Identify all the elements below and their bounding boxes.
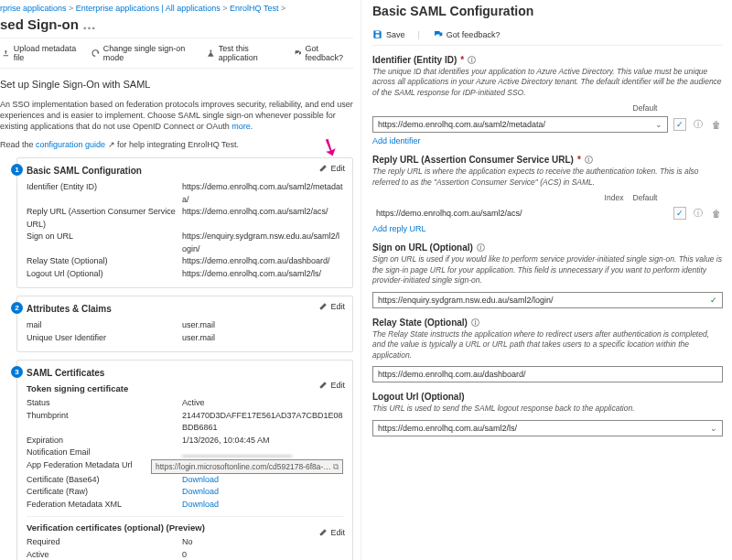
add-identifier-link[interactable]: Add identifier xyxy=(372,136,421,145)
delete-icon[interactable]: 🗑 xyxy=(710,209,723,219)
entity-id-label: Identifier (Entity ID) * i xyxy=(372,55,723,65)
refresh-icon xyxy=(92,48,100,58)
entity-id-desc: The unique ID that identifies your appli… xyxy=(372,67,723,98)
signon-url-label: Sign on URL (Optional) i xyxy=(372,242,723,253)
default-checkbox[interactable]: ✓ xyxy=(673,118,686,131)
card2-title: Attributes & Claims xyxy=(27,304,343,314)
feedback-button[interactable]: Got feedback? xyxy=(294,44,351,62)
crumb-0[interactable]: rprise applications xyxy=(0,4,67,13)
upload-metadata-button[interactable]: Upload metadata file xyxy=(2,44,79,62)
right-pane: Basic SAML Configuration Save | Got feed… xyxy=(361,0,732,560)
panel-feedback-button[interactable]: Got feedback? xyxy=(433,29,501,39)
save-button[interactable]: Save xyxy=(372,29,405,39)
person-feedback-icon xyxy=(294,48,302,58)
upload-icon xyxy=(2,48,10,58)
person-feedback-icon xyxy=(433,29,443,39)
panel-toolbar: Save | Got feedback? xyxy=(372,26,723,46)
panel-title: Basic SAML Configuration xyxy=(372,4,723,18)
read-guide-line: Read the configuration guide ↗ for help … xyxy=(0,139,353,150)
info-icon[interactable]: ⓘ xyxy=(692,207,705,220)
card3-title: SAML Certificates xyxy=(27,368,343,378)
default-checkbox[interactable]: ✓ xyxy=(673,207,686,220)
logout-url-input[interactable]: https://demo.enrolhq.com.au/saml2/ls/⌄ xyxy=(372,420,723,436)
page-title: sed Sign-on … xyxy=(0,16,353,32)
learn-more-link[interactable]: more. xyxy=(231,122,253,131)
step-badge-3: 3 xyxy=(11,366,23,378)
info-icon[interactable]: ⓘ xyxy=(692,118,705,131)
signon-url-desc: Sign on URL is used if you would like to… xyxy=(372,254,723,285)
logout-url-label: Logout Url (Optional) xyxy=(372,392,723,402)
verification-certs-head: Verification certificates (optional) (Pr… xyxy=(27,522,343,533)
reply-url-desc: The reply URL is where the application e… xyxy=(372,167,723,188)
token-signing-head: Token signing certificate xyxy=(27,383,343,393)
logout-url-desc: This URL is used to send the SAML logout… xyxy=(372,404,723,414)
info-icon[interactable]: i xyxy=(585,156,593,164)
setup-intro: An SSO implementation based on federatio… xyxy=(0,99,353,132)
pencil-icon xyxy=(318,302,328,311)
download-fed-xml[interactable]: Download xyxy=(182,500,219,509)
reply-url-row: https://demo.enrolhq.com.au/saml2/acs/ ✓… xyxy=(372,206,723,221)
chevron-down-icon: ⌄ xyxy=(655,120,662,129)
pencil-icon xyxy=(318,528,328,537)
reply-url-label: Reply URL (Assertion Consumer Service UR… xyxy=(372,155,723,165)
setup-heading: Set up Single Sign-On with SAML xyxy=(0,78,353,92)
step-badge-1: 1 xyxy=(11,164,23,176)
edit-card1-button[interactable]: Edit xyxy=(318,164,345,173)
edit-verif-button[interactable]: Edit xyxy=(318,528,345,537)
app-fed-url-field[interactable]: https://login.microsoftonline.com/cd5921… xyxy=(151,459,343,474)
entity-id-input[interactable]: https://demo.enrolhq.com.au/saml2/metada… xyxy=(372,116,668,133)
edit-card3-button[interactable]: Edit xyxy=(318,381,345,390)
info-icon[interactable]: i xyxy=(471,318,479,327)
crumb-1[interactable]: Enterprise applications | All applicatio… xyxy=(76,4,221,13)
left-pane: rprise applications > Enterprise applica… xyxy=(0,0,361,560)
config-guide-link[interactable]: configuration guide xyxy=(36,140,105,149)
info-icon[interactable]: i xyxy=(468,56,476,64)
entity-id-row: https://demo.enrolhq.com.au/saml2/metada… xyxy=(372,116,723,133)
card-attributes-claims: 2 Attributes & Claims Edit mailuser.mail… xyxy=(16,296,353,352)
card1-title: Basic SAML Configuration xyxy=(27,166,343,176)
save-icon xyxy=(372,29,382,39)
signon-url-input[interactable]: https://enquiry.sydgram.nsw.edu.au/saml2… xyxy=(372,292,723,308)
download-cert-base64[interactable]: Download xyxy=(182,475,219,484)
download-cert-raw[interactable]: Download xyxy=(182,487,219,496)
check-icon: ✓ xyxy=(710,296,717,305)
relay-state-label: Relay State (Optional) i xyxy=(372,318,723,328)
delete-icon[interactable]: 🗑 xyxy=(710,120,723,130)
card-saml-certificates: 3 SAML Certificates Token signing certif… xyxy=(16,360,353,560)
test-app-button[interactable]: Test this application xyxy=(207,44,281,62)
card-basic-saml: 1 Basic SAML Configuration Edit Identifi… xyxy=(16,157,353,288)
relay-state-input[interactable]: https://demo.enrolhq.com.au/dashboard/ xyxy=(372,366,723,382)
reply-url-value[interactable]: https://demo.enrolhq.com.au/saml2/acs/ xyxy=(372,206,650,221)
change-mode-button[interactable]: Change single sign-on mode xyxy=(92,44,194,62)
chevron-down-icon: ⌄ xyxy=(710,424,717,433)
pencil-icon xyxy=(318,164,328,173)
crumb-2[interactable]: EnrolHQ Test xyxy=(230,4,278,13)
flask-icon xyxy=(207,48,215,58)
pencil-icon xyxy=(318,381,328,390)
breadcrumb: rprise applications > Enterprise applica… xyxy=(0,4,353,13)
add-reply-url-link[interactable]: Add reply URL xyxy=(372,224,426,233)
copy-icon[interactable]: ⧉ xyxy=(333,461,339,473)
info-icon[interactable]: i xyxy=(477,243,485,252)
edit-card2-button[interactable]: Edit xyxy=(318,302,345,311)
step-badge-2: 2 xyxy=(11,302,23,314)
left-toolbar: Upload metadata file Change single sign-… xyxy=(0,38,353,69)
relay-state-desc: The Relay State instructs the applicatio… xyxy=(372,329,723,361)
